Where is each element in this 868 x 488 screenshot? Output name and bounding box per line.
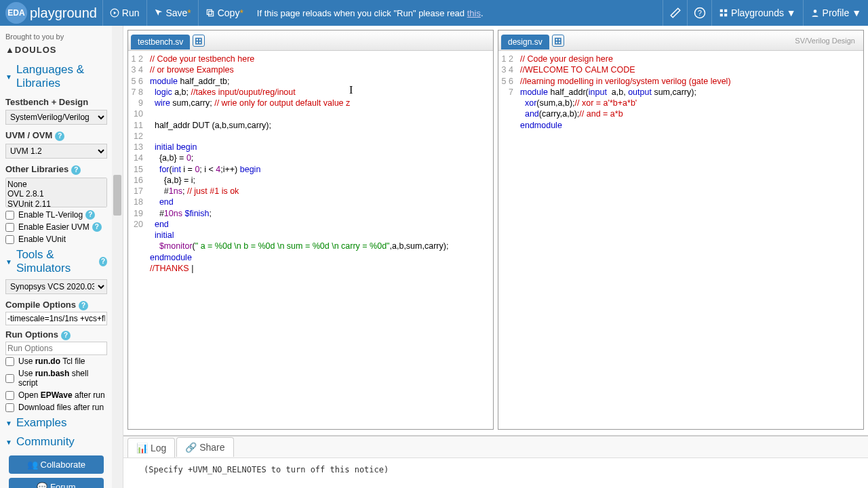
compile-options-label: Compile Options? bbox=[5, 296, 107, 312]
svg-rect-2 bbox=[208, 12, 213, 16]
other-libraries-select[interactable]: NoneOVL 2.8.1SVUnit 2.11 bbox=[5, 178, 107, 207]
help-icon[interactable]: ? bbox=[55, 131, 64, 141]
languages-libraries-header[interactable]: Languages & Libraries bbox=[5, 60, 107, 93]
profile-menu[interactable]: Profile ▼ bbox=[803, 0, 868, 26]
community-header[interactable]: Community bbox=[5, 432, 107, 451]
use-rundo-checkbox[interactable] bbox=[5, 357, 14, 366]
logo-icon: EDA bbox=[5, 2, 27, 24]
uvm-ovm-label: UVM / OVM? bbox=[5, 126, 107, 142]
compile-options-input[interactable] bbox=[5, 312, 107, 325]
testbench-design-select[interactable]: SystemVerilog/Verilog bbox=[5, 110, 107, 125]
svg-rect-5 bbox=[720, 9, 723, 12]
open-epwave-checkbox[interactable] bbox=[5, 391, 14, 400]
logo[interactable]: EDA playground bbox=[0, 2, 102, 24]
help-icon[interactable]: ? bbox=[71, 165, 81, 175]
use-runbash-checkbox[interactable] bbox=[5, 374, 14, 383]
collaborate-button[interactable]: 👥 Collaborate bbox=[9, 455, 104, 474]
testbench-design-label: Testbench + Design bbox=[5, 93, 107, 108]
testbench-tab[interactable]: testbench.sv bbox=[131, 35, 190, 49]
help-icon[interactable]: ? bbox=[99, 257, 107, 266]
run-options-input[interactable] bbox=[5, 342, 107, 355]
sidebar: Brought to you by ▲DOULOS Languages & Li… bbox=[0, 26, 123, 488]
reload-message: If this page reloads when you click "Run… bbox=[250, 8, 663, 18]
reload-link[interactable]: this bbox=[467, 8, 481, 18]
copy-button[interactable]: Copy* bbox=[198, 0, 250, 26]
brought-by-label: Brought to you by bbox=[5, 30, 107, 43]
logo-text: playground bbox=[30, 5, 97, 21]
add-tab-button[interactable]: ⊞ bbox=[552, 35, 564, 47]
help-icon[interactable]: ? bbox=[92, 222, 102, 232]
language-label: SV/Verilog Design bbox=[795, 37, 861, 45]
enable-easier-uvm-checkbox[interactable] bbox=[5, 223, 14, 232]
sidebar-scrollbar[interactable] bbox=[112, 26, 123, 488]
help-icon[interactable]: ? bbox=[85, 210, 95, 220]
svg-text:?: ? bbox=[698, 9, 702, 17]
bottom-panel: 📊 Log 🔗 Share (Specify +UVM_NO_RELNOTES … bbox=[123, 435, 868, 488]
doulos-logo[interactable]: ▲DOULOS bbox=[5, 43, 107, 60]
tools-simulators-header[interactable]: Tools & Simulators? bbox=[5, 245, 107, 278]
log-content: (Specify +UVM_NO_RELNOTES to turn off th… bbox=[123, 458, 868, 481]
save-button[interactable]: Save* bbox=[146, 0, 198, 26]
help-icon-button[interactable]: ? bbox=[687, 0, 711, 26]
run-button[interactable]: Run bbox=[102, 0, 146, 26]
testbench-editor: testbench.sv ⊞ 1 2 3 4 5 6 7 8 9 10 11 1… bbox=[127, 30, 494, 430]
svg-rect-8 bbox=[724, 14, 727, 16]
log-tab[interactable]: 📊 Log bbox=[127, 438, 175, 458]
edit-icon-button[interactable] bbox=[663, 0, 687, 26]
enable-tl-verilog-checkbox[interactable] bbox=[5, 211, 14, 220]
design-editor: design.sv ⊞ SV/Verilog Design 1 2 3 4 5 … bbox=[498, 30, 864, 430]
other-libraries-label: Other Libraries? bbox=[5, 160, 107, 176]
add-tab-button[interactable]: ⊞ bbox=[193, 35, 205, 47]
svg-rect-1 bbox=[207, 9, 212, 14]
tool-select[interactable]: Synopsys VCS 2020.03 bbox=[5, 279, 107, 294]
forum-button[interactable]: 💬 Forum bbox=[9, 478, 104, 488]
testbench-code[interactable]: 1 2 3 4 5 6 7 8 9 10 11 12 13 14 15 16 1… bbox=[128, 51, 493, 429]
svg-rect-6 bbox=[724, 9, 727, 12]
examples-header[interactable]: Examples bbox=[5, 413, 107, 432]
text-cursor-icon: I bbox=[349, 83, 353, 98]
download-after-checkbox[interactable] bbox=[5, 403, 14, 412]
uvm-select[interactable]: UVM 1.2 bbox=[5, 144, 107, 159]
share-tab[interactable]: 🔗 Share bbox=[176, 437, 233, 457]
enable-vunit-checkbox[interactable] bbox=[5, 235, 14, 244]
design-code[interactable]: 1 2 3 4 5 6 7 // Code your design here /… bbox=[498, 51, 863, 429]
design-tab[interactable]: design.sv bbox=[501, 35, 549, 49]
top-bar: EDA playground Run Save* Copy* If this p… bbox=[0, 0, 868, 26]
help-icon[interactable]: ? bbox=[79, 301, 88, 310]
svg-rect-7 bbox=[720, 14, 723, 16]
help-icon[interactable]: ? bbox=[61, 331, 71, 340]
run-options-label: Run Options? bbox=[5, 325, 107, 342]
playgrounds-menu[interactable]: Playgrounds ▼ bbox=[711, 0, 802, 26]
svg-point-9 bbox=[813, 9, 816, 13]
